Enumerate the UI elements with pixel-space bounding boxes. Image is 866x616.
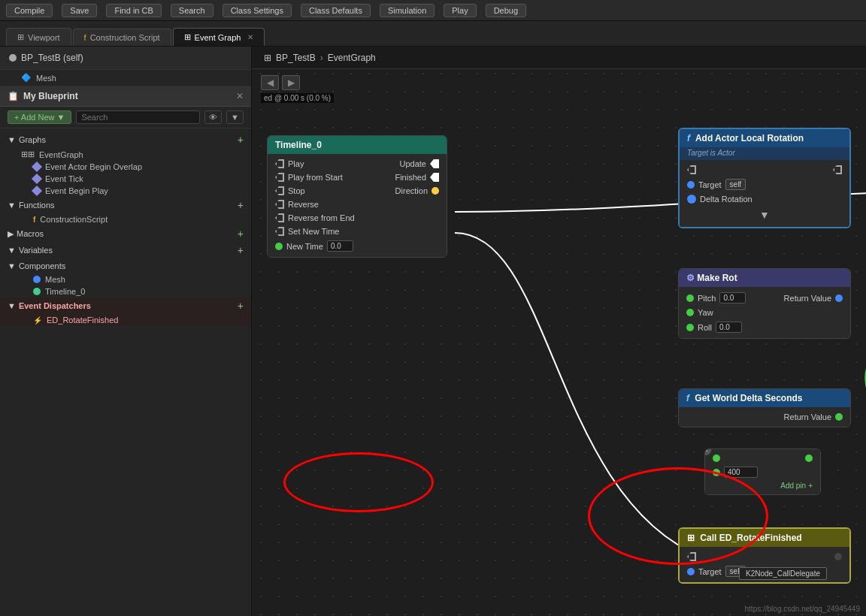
class-settings-button[interactable]: Class Settings	[223, 4, 292, 17]
canvas-area[interactable]: ⊞ BP_TestB › EventGraph ◀ ▶ ed @ 0.00 s …	[252, 47, 866, 616]
tree-item-mesh-component[interactable]: Mesh	[0, 273, 251, 285]
event-dispatchers-section-header[interactable]: ▼ Event Dispatchers +	[0, 297, 251, 314]
pin-direction[interactable]	[431, 187, 439, 195]
call-ed-exec-row	[680, 550, 849, 563]
blueprint-tree: ▼ Graphs + ⊞⊞ EventGraph Event Actor Beg…	[0, 128, 251, 616]
variables-section-header[interactable]: ▼ Variables +	[0, 242, 251, 258]
exec-pin-in[interactable]	[687, 165, 696, 174]
class-defaults-button[interactable]: Class Defaults	[301, 4, 371, 17]
search-input[interactable]	[76, 110, 200, 124]
tree-item-begin-overlap[interactable]: Event Actor Begin Overlap	[0, 161, 251, 173]
tree-item-construction-script[interactable]: f ConstructionScript	[0, 213, 251, 225]
pitch-input[interactable]	[719, 292, 746, 303]
pin-multiply-in1[interactable]	[713, 454, 720, 462]
pin-ed-target[interactable]	[687, 568, 695, 575]
delta-body: Return Value	[679, 407, 850, 427]
add-rotation-exec-row	[680, 163, 849, 177]
make-rot-yaw-row: Yaw	[679, 306, 850, 319]
make-rot-header: ⚙ Make Rot	[679, 269, 850, 287]
collapse-icon: ▼	[8, 246, 16, 255]
left-panel: BP_TestB (self) 🔷 Mesh 📋 My Blueprint ✕ …	[0, 47, 252, 616]
viewport-icon: ⊞	[17, 32, 24, 42]
tab-close-icon[interactable]: ✕	[247, 33, 253, 41]
add-variable-button[interactable]: +	[238, 245, 244, 255]
tab-construction-script[interactable]: f Construction Script	[73, 29, 171, 46]
call-ed-header: ⊞ Call ED_RotateFinished	[680, 529, 849, 547]
mesh-icon: 🔷	[21, 73, 32, 83]
add-graph-button[interactable]: +	[238, 134, 244, 145]
pin-pitch[interactable]	[686, 294, 694, 302]
pin-ed-move[interactable]	[834, 553, 842, 560]
add-dispatcher-button[interactable]: +	[238, 300, 244, 311]
exec-pin-play-from-start[interactable]	[275, 173, 284, 182]
add-function-button[interactable]: +	[238, 200, 244, 210]
tree-item-begin-play[interactable]: Event Begin Play	[0, 185, 251, 197]
exec-pin-out[interactable]	[833, 165, 842, 174]
pin-roll[interactable]	[686, 324, 694, 331]
tab-viewport[interactable]: ⊞ Viewport	[6, 28, 71, 46]
play-button[interactable]: Play	[444, 4, 476, 17]
exec-pin-reverse[interactable]	[275, 200, 284, 209]
multiply-body: Add pin +	[705, 449, 820, 494]
functions-section-header[interactable]: ▼ Functions +	[0, 197, 251, 213]
tab-event-graph[interactable]: ⊞ Event Graph ✕	[173, 28, 265, 46]
exec-pin-reverse-from-end[interactable]	[275, 213, 284, 222]
top-toolbar: Compile Save Find in CB Search Class Set…	[0, 0, 866, 21]
new-time-input[interactable]	[327, 240, 353, 252]
settings-icon[interactable]: ▼	[226, 110, 244, 124]
pin-new-time-in[interactable]	[275, 243, 283, 250]
pin-target[interactable]	[687, 181, 695, 189]
nav-forward-button[interactable]: ▶	[282, 75, 300, 90]
debug-button[interactable]: Debug	[486, 4, 526, 17]
eye-button[interactable]: 👁	[204, 110, 222, 124]
pin-yaw[interactable]	[686, 309, 694, 316]
graphs-section-header[interactable]: ▼ Graphs +	[0, 131, 251, 148]
exec-pin-play-in[interactable]	[275, 159, 284, 168]
func-icon: f	[84, 33, 86, 42]
dropdown-icon[interactable]: ▼	[759, 209, 770, 221]
pin-multiply-out[interactable]	[805, 454, 813, 462]
exec-pin-stop[interactable]	[275, 186, 284, 195]
collapse-icon: ▼	[8, 301, 16, 310]
add-new-button[interactable]: + Add New ▼	[8, 110, 71, 124]
tree-item-tick[interactable]: Event Tick	[0, 173, 251, 185]
panel-close-button[interactable]: ✕	[236, 91, 244, 101]
chevron-down-icon: ▼	[57, 113, 65, 122]
breadcrumb-bar: ⊞ BP_TestB › EventGraph	[252, 47, 866, 69]
breadcrumb-graph: EventGraph	[328, 53, 376, 63]
exec-pin-update-out[interactable]	[430, 159, 439, 168]
make-rot-roll-row: Roll	[679, 319, 850, 335]
search-toolbar-button[interactable]: Search	[171, 4, 213, 17]
find-in-cb-button[interactable]: Find in CB	[106, 4, 161, 17]
compile-button[interactable]: Compile	[6, 4, 53, 17]
tree-item-timeline-component[interactable]: Timeline_0	[0, 285, 251, 297]
event-dispatch-icon: ⚡	[33, 316, 42, 325]
mesh-item[interactable]: 🔷 Mesh	[0, 70, 251, 86]
pin-return-delta[interactable]	[835, 413, 843, 421]
macros-section-header[interactable]: ▶ Macros +	[0, 225, 251, 242]
main-area: BP_TestB (self) 🔷 Mesh 📋 My Blueprint ✕ …	[0, 47, 866, 616]
simulation-button[interactable]: Simulation	[380, 4, 435, 17]
exec-pin-finished[interactable]	[430, 173, 439, 182]
exec-pin-set-new-time[interactable]	[275, 227, 284, 236]
multiply-pin1-row	[705, 452, 820, 464]
pin-multiply-in2[interactable]	[713, 469, 720, 476]
delta-return-row: Return Value	[679, 410, 850, 424]
components-section-header[interactable]: ▼ Components	[0, 258, 251, 273]
nav-back-button[interactable]: ◀	[261, 75, 279, 90]
exec-pin-ed-in[interactable]	[687, 552, 696, 561]
add-macro-button[interactable]: +	[238, 228, 244, 239]
add-pin-button[interactable]: +	[808, 482, 813, 490]
timeline-row-reverse-from-end: Reverse from End	[268, 211, 447, 225]
tree-item-event-graph[interactable]: ⊞⊞ EventGraph	[0, 148, 251, 161]
timeline-row-stop: Stop Direction	[268, 184, 447, 198]
pin-return-value[interactable]	[835, 294, 843, 302]
add-actor-rotation-node: f Add Actor Local Rotation Target is Act…	[678, 128, 851, 228]
pin-delta-rotation[interactable]	[687, 195, 696, 204]
roll-input[interactable]	[716, 322, 742, 333]
multiply-value-input[interactable]	[724, 467, 758, 478]
collapse-icon: ▼	[8, 201, 16, 210]
tree-item-ed-rotate-finished[interactable]: ⚡ ED_RotateFinished	[0, 314, 251, 326]
save-button[interactable]: Save	[62, 4, 97, 17]
collapse-icon: ▶	[8, 229, 14, 239]
